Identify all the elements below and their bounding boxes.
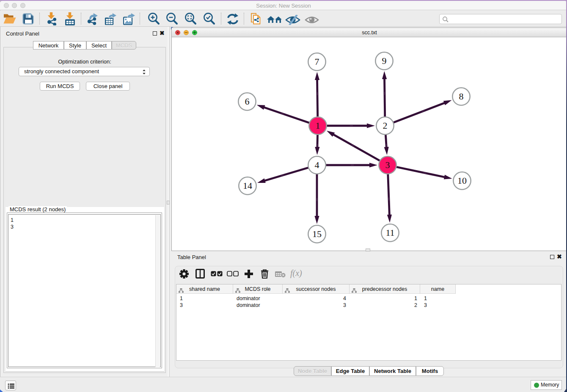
svg-text:11: 11 xyxy=(385,227,394,238)
svg-text:1: 1 xyxy=(316,120,320,131)
svg-text:15: 15 xyxy=(312,229,322,239)
svg-text:14: 14 xyxy=(243,180,252,191)
svg-text:3: 3 xyxy=(385,160,390,170)
svg-text:7: 7 xyxy=(315,56,319,67)
svg-text:4: 4 xyxy=(315,160,319,170)
svg-text:6: 6 xyxy=(245,96,250,107)
svg-text:9: 9 xyxy=(382,55,387,66)
svg-text:10: 10 xyxy=(457,175,467,186)
svg-text:2: 2 xyxy=(383,120,388,131)
svg-text:8: 8 xyxy=(459,91,464,102)
